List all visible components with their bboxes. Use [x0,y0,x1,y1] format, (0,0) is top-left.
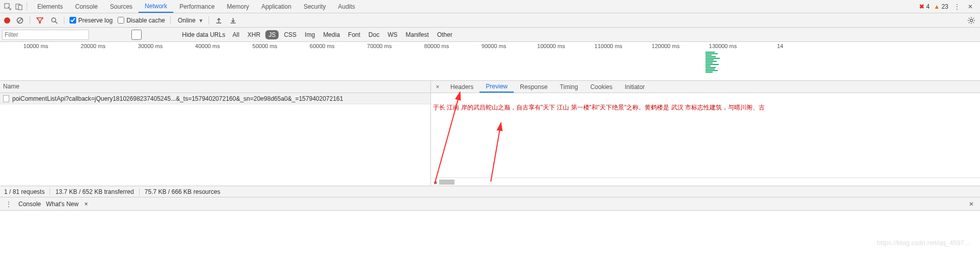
type-ws[interactable]: WS [384,30,400,39]
time-label: 10000 ms [24,43,48,49]
detail-tab-timing[interactable]: Timing [554,81,584,93]
error-badge[interactable]: ✖ 4 [919,3,929,10]
time-label: 50000 ms [253,43,277,49]
time-label: 30000 ms [138,43,163,49]
type-img[interactable]: Img [302,30,318,39]
scroll-left-icon[interactable]: ◂ [431,179,439,186]
separator [50,188,50,195]
detail-tab-preview[interactable]: Preview [480,81,514,93]
tab-performance[interactable]: Performance [173,0,221,13]
time-label: 70000 ms [367,43,392,49]
type-other[interactable]: Other [434,30,455,39]
drawer-tab-whatsnew[interactable]: What's New × [46,201,88,208]
time-label: 80000 ms [424,43,449,49]
time-label: 120000 ms [652,43,679,49]
gear-icon[interactable] [967,16,976,25]
separator [30,16,30,25]
waterfall-marks [705,51,721,79]
tab-console[interactable]: Console [69,0,104,13]
type-font[interactable]: Font [345,30,363,39]
tab-audits[interactable]: Audits [332,0,361,13]
detail-tab-cookies[interactable]: Cookies [584,81,619,93]
disable-cache-checkbox[interactable]: Disable cache [118,17,165,24]
time-label: 60000 ms [310,43,334,49]
separator [139,188,140,195]
time-label: 100000 ms [537,43,565,49]
hide-data-urls-checkbox[interactable]: Hide data URLs [93,30,225,40]
time-label: 20000 ms [81,43,105,49]
tab-memory[interactable]: Memory [221,0,255,13]
transferred-size: 13.7 KB / 652 KB transferred [55,188,133,195]
detail-tab-response[interactable]: Response [514,81,554,93]
separator [170,16,171,25]
warning-badge[interactable]: ▲ 23 [933,3,948,10]
type-css[interactable]: CSS [281,30,300,39]
horizontal-scrollbar[interactable]: ◂ [431,177,980,186]
type-all[interactable]: All [230,30,242,39]
type-media[interactable]: Media [320,30,343,39]
svg-point-5 [52,18,56,22]
close-detail-icon[interactable]: × [431,83,444,91]
time-label: 90000 ms [482,43,506,49]
detail-pane: × HeadersPreviewResponseTimingCookiesIni… [431,81,980,186]
time-label: 110000 ms [595,43,622,49]
tab-sources[interactable]: Sources [104,0,139,13]
svg-point-7 [970,19,973,21]
type-doc[interactable]: Doc [366,30,382,39]
type-manifest[interactable]: Manifest [403,30,432,39]
type-js[interactable]: JS [265,30,279,39]
time-label: 40000 ms [195,43,220,49]
name-column-header[interactable]: Name [0,81,430,93]
resources-size: 75.7 KB / 666 KB resources [145,188,220,195]
download-icon[interactable] [229,16,238,25]
filter-icon[interactable] [35,16,44,25]
close-icon[interactable]: ✕ [966,2,975,11]
request-row[interactable]: poiCommentListApi?callback=jQuery1810269… [0,93,430,104]
type-xhr[interactable]: XHR [244,30,263,39]
inspect-icon[interactable] [3,2,12,11]
request-list: Name poiCommentListApi?callback=jQuery18… [0,81,431,186]
separator [209,16,209,25]
tab-application[interactable]: Application [255,0,298,13]
time-label: 130000 ms [709,43,737,49]
svg-rect-2 [18,5,22,10]
preview-content[interactable]: 于长 江南 岸的武昌蛇山之巅，自古享有"天下 江山 第一楼"和"天下绝景"之称。… [431,93,980,177]
record-button[interactable] [4,17,10,24]
type-filters: AllXHRJSCSSImgMediaFontDocWSManifestOthe… [230,30,455,39]
close-drawer-icon[interactable]: ✕ [967,199,976,209]
clear-icon[interactable] [15,16,25,25]
search-icon[interactable] [50,16,59,25]
svg-line-4 [18,18,22,23]
file-icon [3,95,9,102]
kebab-icon[interactable]: ⋮ [952,2,962,11]
detail-tab-headers[interactable]: Headers [444,81,480,93]
filter-input[interactable] [2,30,89,40]
tab-security[interactable]: Security [298,0,332,13]
tab-network[interactable]: Network [139,0,173,13]
watermark: https://blog.csdn.net/qq_4597... [877,239,970,247]
tab-elements[interactable]: Elements [31,0,69,13]
close-icon[interactable]: × [84,201,88,208]
panel-tabs: ElementsConsoleSourcesNetworkPerformance… [31,0,914,13]
scroll-thumb[interactable] [439,180,454,185]
kebab-icon[interactable]: ⋮ [4,199,13,209]
request-url: poiCommentListApi?callback=jQuery1810269… [12,95,343,102]
timeline-overview[interactable]: 10000 ms20000 ms30000 ms40000 ms50000 ms… [0,42,980,81]
device-icon[interactable] [14,2,24,11]
svg-line-6 [55,21,57,24]
upload-icon[interactable] [214,16,223,25]
detail-tab-initiator[interactable]: Initiator [619,81,651,93]
throttle-select[interactable]: Online [176,16,204,25]
drawer-tab-console[interactable]: Console [18,201,41,208]
time-label: 14 [777,43,783,49]
preserve-log-checkbox[interactable]: Preserve log [70,17,112,24]
separator [64,16,64,25]
request-count: 1 / 81 requests [4,188,44,195]
separator [27,3,27,11]
